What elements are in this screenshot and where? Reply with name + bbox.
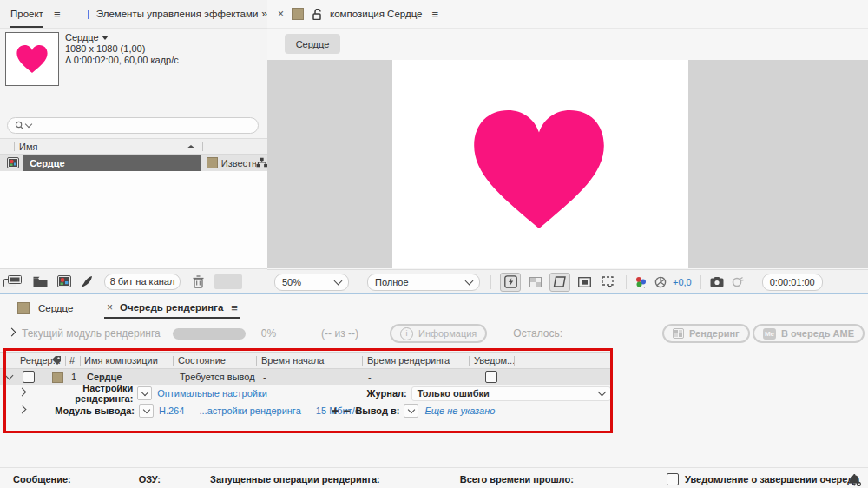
- col-render[interactable]: Рендер...: [20, 355, 49, 366]
- output-to-link[interactable]: Еще не указано: [424, 406, 495, 416]
- timeline-tab[interactable]: Сердце: [17, 300, 73, 317]
- render-progress-bar: [173, 328, 246, 340]
- column-header-name[interactable]: Имя: [19, 142, 37, 152]
- comp-tab-bar: × композиция Сердце ≡: [267, 0, 868, 29]
- render-percent: 0%: [261, 327, 276, 340]
- render-icon: [673, 328, 684, 339]
- snapshot-take-icon[interactable]: [710, 277, 724, 287]
- snapshot-show-icon[interactable]: [731, 276, 744, 287]
- row-num: 1: [71, 372, 83, 382]
- timecode-field[interactable]: 0:00:01:00: [762, 274, 823, 291]
- fast-preview-icon[interactable]: [500, 273, 521, 292]
- queue-table-header: Рендер... # Имя композиции Состояние Вре…: [0, 352, 611, 369]
- comp-label-swatch[interactable]: [292, 8, 304, 20]
- output-module-label: Модуль вывода:: [25, 406, 135, 416]
- dependencies-icon[interactable]: [256, 157, 267, 168]
- row-color-swatch[interactable]: [207, 157, 218, 168]
- render-ops-label: Запущенные операции рендеринга:: [210, 474, 380, 485]
- col-status[interactable]: Состояние: [178, 355, 256, 366]
- comp-panel-menu-icon[interactable]: ≡: [432, 8, 439, 21]
- heart-shape[interactable]: [465, 96, 613, 242]
- project-item-name[interactable]: Сердце: [65, 32, 179, 43]
- render-queue-tab-menu-icon[interactable]: ≡: [231, 301, 238, 314]
- after-effects-window: Проект ≡ Элементы управления эффектами »…: [0, 0, 868, 488]
- comp-viewer[interactable]: [267, 60, 868, 268]
- create-proxy-icon[interactable]: [81, 275, 94, 288]
- project-panel-menu-icon[interactable]: ≡: [54, 8, 61, 21]
- row-expand-chevron-icon[interactable]: [5, 372, 14, 380]
- row-label-swatch[interactable]: [52, 372, 63, 383]
- output-to-label: Вывод в:: [355, 406, 399, 416]
- output-to-dropdown-icon[interactable]: [404, 404, 418, 418]
- project-item-thumbnail[interactable]: [5, 32, 59, 86]
- output-module-link[interactable]: H.264 — ...астройки рендеринга — 15 Мбит…: [159, 406, 328, 416]
- col-comp-name[interactable]: Имя композиции: [84, 355, 173, 366]
- settings-dropdown-icon[interactable]: [137, 386, 152, 400]
- comp-tab-close-icon[interactable]: ×: [278, 8, 284, 20]
- add-output-module-button[interactable]: +: [332, 404, 339, 418]
- output-dropdown-icon[interactable]: [139, 404, 154, 418]
- comp-tab-title[interactable]: композиция Сердце: [330, 9, 422, 19]
- footer-disabled-button: [214, 274, 242, 289]
- render-queue-tab-close-icon[interactable]: ×: [107, 301, 113, 313]
- log-select[interactable]: Только ошибки: [411, 386, 611, 401]
- search-options-chevron-icon[interactable]: [25, 121, 32, 128]
- new-composition-icon[interactable]: [57, 275, 71, 287]
- lock-open-icon[interactable]: [312, 9, 322, 20]
- row-tag-label: Известн: [221, 158, 256, 168]
- tab-overflow-icon[interactable]: »: [261, 8, 267, 20]
- composition-item-icon: [3, 155, 22, 172]
- col-num[interactable]: #: [69, 355, 80, 366]
- project-item-size: 1080 x 1080 (1,00): [65, 43, 179, 55]
- render-settings-label: Настройки рендеринга:: [25, 383, 133, 404]
- ram-label: ОЗУ:: [139, 474, 161, 485]
- queue-complete-notify-checkbox[interactable]: [667, 473, 679, 485]
- row-comp-name: Сердце: [87, 372, 180, 382]
- project-list-row[interactable]: Сердце Известн: [0, 155, 267, 171]
- queue-in-ame-button[interactable]: Me В очередь AME: [753, 324, 865, 343]
- tab-project[interactable]: Проект: [10, 0, 43, 28]
- render-queue-tab[interactable]: × Очередь рендеринга ≡: [104, 298, 240, 319]
- row-render-time: -: [368, 372, 475, 382]
- search-box[interactable]: [7, 117, 259, 134]
- render-button[interactable]: Рендеринг: [662, 324, 750, 343]
- zoom-chevron-icon: [334, 276, 343, 285]
- region-of-interest-icon[interactable]: [549, 273, 570, 292]
- row-start: -: [263, 372, 368, 382]
- zoom-select[interactable]: 50%: [274, 274, 349, 291]
- render-settings-link[interactable]: Оптимальные настройки: [157, 388, 344, 399]
- project-list-header[interactable]: Имя: [0, 139, 267, 155]
- log-select-chevron-icon: [598, 388, 607, 397]
- project-item-duration: Δ 0:00:02:00, 60,00 кадр/с: [65, 55, 179, 66]
- remove-output-module-button[interactable]: −: [343, 404, 350, 418]
- current-module-expander-icon[interactable]: [8, 328, 16, 337]
- label-column-icon[interactable]: [51, 355, 62, 366]
- sort-ascending-icon[interactable]: [187, 144, 195, 148]
- tab-effect-controls[interactable]: Элементы управления эффектами: [96, 9, 259, 19]
- exposure-value[interactable]: +0,0: [673, 277, 692, 287]
- channels-icon[interactable]: [635, 276, 648, 288]
- resolution-select[interactable]: Полное: [367, 274, 480, 291]
- trash-icon[interactable]: [193, 275, 204, 288]
- exposure-icon[interactable]: [654, 276, 667, 288]
- notify-checkbox[interactable]: [485, 371, 497, 383]
- notification-bell-icon[interactable]: [847, 472, 861, 486]
- tab-effect-controls-label: Элементы управления эффектами: [96, 9, 259, 19]
- render-settings-row: Настройки рендеринга: Оптимальные настро…: [0, 385, 611, 402]
- project-list: Имя Сердце Известн: [0, 138, 267, 269]
- project-footer-toolbar: 8 бит на канал: [0, 268, 267, 293]
- interpret-footage-icon[interactable]: [3, 275, 22, 287]
- info-button[interactable]: i Информация: [390, 324, 487, 343]
- bit-depth-button[interactable]: 8 бит на канал: [104, 274, 181, 290]
- transparency-grid-icon[interactable]: [526, 274, 545, 291]
- crop-region-icon[interactable]: [598, 274, 617, 291]
- col-start[interactable]: Время начала: [261, 355, 362, 366]
- search-input[interactable]: [33, 120, 251, 132]
- new-folder-icon[interactable]: [33, 276, 48, 287]
- comp-navigator-button[interactable]: Сердце: [285, 34, 340, 54]
- safe-zones-icon[interactable]: [575, 274, 594, 291]
- heart-thumbnail-image: [15, 43, 49, 76]
- render-checkbox[interactable]: [23, 371, 35, 383]
- col-render-time[interactable]: Время рендеринга: [367, 355, 469, 366]
- col-notify[interactable]: Уведом...: [474, 355, 514, 366]
